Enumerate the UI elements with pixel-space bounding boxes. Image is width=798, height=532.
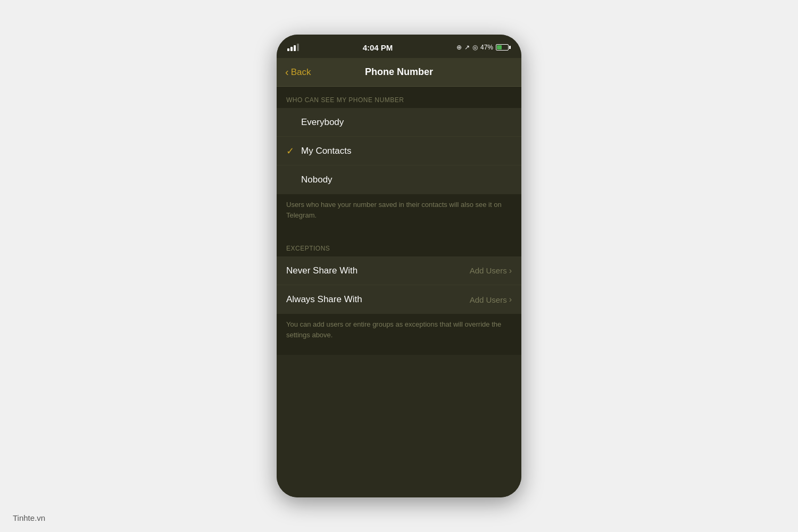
option-everybody-label: Everybody (301, 117, 344, 128)
signal-bar-4 (297, 44, 299, 51)
option-nobody[interactable]: Nobody (277, 165, 521, 194)
status-bar: 4:04 PM ⊕ ↗ ◎ 47% (277, 35, 521, 58)
always-share-action-label: Add Users (470, 295, 507, 304)
never-share-action-label: Add Users (470, 266, 507, 275)
always-share-with-row[interactable]: Always Share With Add Users › (277, 285, 521, 314)
who-can-see-header: WHO CAN SEE MY PHONE NUMBER (277, 87, 521, 108)
content-area: WHO CAN SEE MY PHONE NUMBER Everybody ✓ … (277, 87, 521, 497)
never-share-chevron-icon: › (509, 266, 512, 276)
always-share-label: Always Share With (286, 294, 362, 305)
back-button[interactable]: ‹ Back (285, 67, 311, 78)
who-can-see-footer: Users who have your number saved in thei… (277, 194, 521, 235)
exceptions-footer: You can add users or entire groups as ex… (277, 314, 521, 355)
battery-percent: 47% (480, 44, 493, 51)
exceptions-header: EXCEPTIONS (277, 235, 521, 256)
option-my-contacts[interactable]: ✓ My Contacts (277, 137, 521, 165)
always-share-right: Add Users › (470, 295, 512, 304)
signal-indicator (287, 44, 299, 51)
back-chevron-icon: ‹ (285, 66, 289, 77)
check-icon-my-contacts: ✓ (286, 145, 301, 157)
battery-icon (496, 44, 511, 51)
battery-fill (497, 45, 502, 49)
wifi-icon: ↗ (464, 44, 470, 51)
option-everybody[interactable]: Everybody (277, 108, 521, 137)
always-share-chevron-icon: › (509, 295, 512, 304)
visibility-options-group: Everybody ✓ My Contacts Nobody (277, 108, 521, 194)
signal-bar-1 (287, 48, 289, 51)
exceptions-group: Never Share With Add Users › Always Shar… (277, 256, 521, 314)
alarm-icon: ◎ (472, 44, 478, 51)
battery-tip (509, 46, 511, 49)
nav-bar: ‹ Back Phone Number (277, 58, 521, 87)
never-share-with-row[interactable]: Never Share With Add Users › (277, 256, 521, 285)
option-nobody-label: Nobody (301, 174, 332, 185)
status-right-icons: ⊕ ↗ ◎ 47% (456, 44, 511, 51)
watermark: Tinhte.vn (13, 513, 45, 522)
status-time: 4:04 PM (363, 43, 393, 52)
never-share-right: Add Users › (470, 266, 512, 276)
signal-bar-2 (290, 47, 293, 51)
signal-bar-3 (294, 45, 296, 51)
battery-body (496, 44, 509, 51)
nav-title: Phone Number (365, 66, 433, 78)
phone-frame: 4:04 PM ⊕ ↗ ◎ 47% ‹ Back Phone Number WH… (277, 35, 521, 497)
location-icon: ⊕ (456, 44, 462, 51)
option-my-contacts-label: My Contacts (301, 146, 351, 156)
never-share-label: Never Share With (286, 265, 358, 276)
back-label: Back (291, 67, 311, 78)
